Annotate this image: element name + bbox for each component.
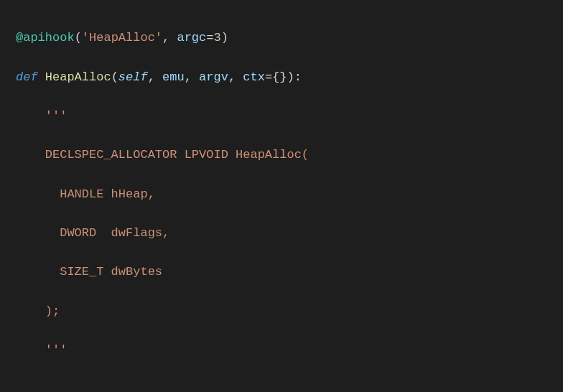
kwarg-name: argc xyxy=(177,31,206,45)
braces: {} xyxy=(272,70,287,84)
number: 3 xyxy=(213,31,220,45)
comma: , xyxy=(162,31,177,45)
docstring: DWORD dwFlags, xyxy=(16,226,169,240)
param: ctx xyxy=(243,70,265,84)
code-line: DWORD dwFlags, xyxy=(16,223,563,243)
equals: = xyxy=(265,70,272,84)
comma: , xyxy=(148,70,162,84)
code-line: HANDLE hHeap, xyxy=(16,185,563,204)
code-line: SIZE_T dwBytes xyxy=(16,262,563,281)
param: emu xyxy=(162,70,185,84)
code-line: DECLSPEC_ALLOCATOR LPVOID HeapAlloc( xyxy=(16,145,563,164)
comma: , xyxy=(185,70,199,84)
docstring: HANDLE hHeap, xyxy=(16,187,155,201)
docstring: DECLSPEC_ALLOCATOR LPVOID HeapAlloc( xyxy=(16,148,309,162)
code-line: ''' xyxy=(16,106,563,126)
paren-open: ( xyxy=(75,31,82,45)
string-literal: 'HeapAlloc' xyxy=(82,31,162,45)
function-name: HeapAlloc xyxy=(45,70,111,84)
docstring: SIZE_T dwBytes xyxy=(16,265,162,279)
colon: : xyxy=(294,70,302,84)
code-line: @apihook('HeapAlloc', argc=3) xyxy=(16,28,563,47)
docstring: ); xyxy=(16,304,60,318)
code-line: ''' xyxy=(16,340,563,360)
code-block: @apihook('HeapAlloc', argc=3) def HeapAl… xyxy=(0,9,563,392)
equals: = xyxy=(206,31,213,45)
paren-close: ) xyxy=(221,31,228,45)
paren-close: ) xyxy=(287,70,294,84)
self-param: self xyxy=(118,70,148,84)
comma: , xyxy=(228,70,243,84)
docstring-quote: ''' xyxy=(16,343,67,357)
code-line: def HeapAlloc(self, emu, argv, ctx={}): xyxy=(16,67,563,87)
paren-open: ( xyxy=(111,70,118,84)
blank-line xyxy=(16,380,563,392)
def-keyword: def xyxy=(16,70,45,84)
decorator-name: @apihook xyxy=(16,31,75,45)
code-line: ); xyxy=(16,302,563,321)
param: argv xyxy=(199,70,228,84)
docstring-quote: ''' xyxy=(16,109,67,123)
